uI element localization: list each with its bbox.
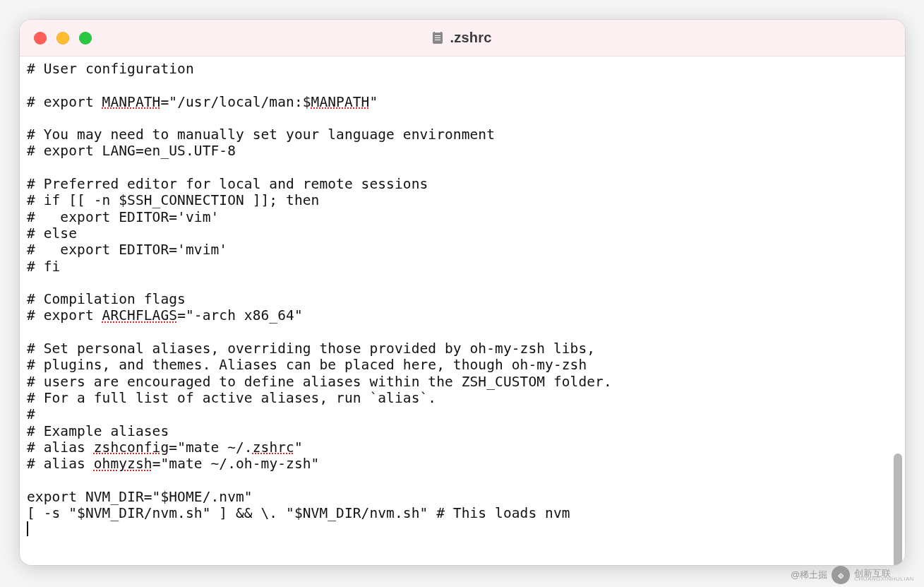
scrollbar-track[interactable]	[892, 58, 904, 558]
text-editor[interactable]: # User configuration # export MANPATH="/…	[20, 57, 892, 565]
editor-window: .zshrc # User configuration # export MAN…	[20, 20, 905, 565]
zoom-button[interactable]	[79, 32, 92, 45]
close-button[interactable]	[34, 32, 47, 45]
editor-area: # User configuration # export MANPATH="/…	[20, 57, 905, 565]
watermark-logo-icon: ⟐	[832, 566, 850, 584]
code-content[interactable]: # User configuration # export MANPATH="/…	[27, 61, 892, 538]
document-icon	[433, 32, 443, 44]
title-center: .zshrc	[20, 30, 905, 46]
text-cursor	[27, 521, 28, 536]
titlebar[interactable]: .zshrc	[20, 20, 905, 57]
window-title: .zshrc	[450, 30, 491, 46]
watermark-brand-sub: CHUANGXINHULIAN	[854, 576, 914, 582]
traffic-lights	[34, 32, 92, 45]
watermark: @稀土掘 ⟐ 创新互联 CHUANGXINHULIAN	[791, 566, 914, 584]
watermark-brand: 创新互联 CHUANGXINHULIAN	[854, 569, 914, 582]
minimize-button[interactable]	[56, 32, 69, 45]
watermark-prefix: @稀土掘	[791, 569, 827, 581]
watermark-brand-top: 创新互联	[854, 569, 914, 578]
scrollbar-thumb[interactable]	[894, 453, 902, 565]
